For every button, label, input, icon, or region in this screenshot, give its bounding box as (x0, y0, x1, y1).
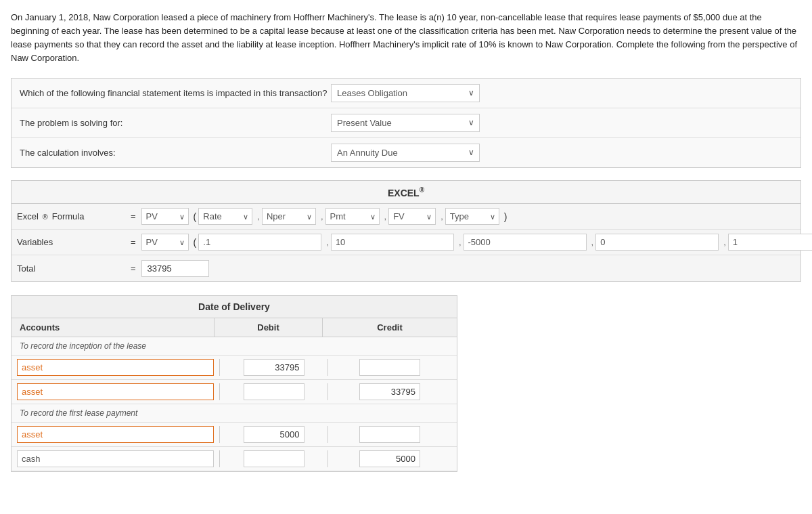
journal-debit-cell-2[interactable] (220, 383, 328, 400)
excel-nper-select[interactable]: NperRatePmt (262, 208, 316, 225)
journal-debit-cell-3[interactable] (220, 426, 328, 443)
excel-eq-total: = (131, 263, 136, 274)
excel-type-input-cell[interactable] (728, 234, 812, 251)
leases-select[interactable]: Leases Obligation Assets Revenue Expense (331, 84, 480, 102)
excel-rate-cell[interactable]: RateNperPmtFV (198, 208, 252, 225)
excel-pv-cell[interactable]: PVFVPMT (141, 208, 189, 225)
excel-pv-var-cell[interactable]: PVFV (141, 234, 189, 251)
excel-formula-sup: ® (43, 213, 48, 221)
sep-v4: , (723, 237, 726, 247)
journal-account-input-4[interactable] (17, 450, 214, 467)
excel-variables-text: Variables (17, 237, 53, 247)
excel-pmt-cell[interactable]: PmtRateNperFV (325, 208, 380, 225)
excel-fv-cell[interactable]: FVRatePmt (388, 208, 436, 225)
excel-pv-var-select[interactable]: PVFV (141, 234, 189, 251)
excel-nper-input-cell[interactable] (331, 234, 454, 251)
excel-pv-var-wrap[interactable]: PVFV (141, 234, 189, 251)
excel-type-select-wrap[interactable]: Type01 (445, 208, 499, 225)
col-header-accounts: Accounts (12, 318, 215, 337)
excel-type-cell[interactable]: Type01 (445, 208, 499, 225)
journal-credit-cell-2[interactable] (328, 383, 451, 400)
excel-fv-input-cell[interactable] (595, 234, 719, 251)
excel-rate-select-wrap[interactable]: RateNperPmtFV (198, 208, 252, 225)
excel-fv-select[interactable]: FVRatePmt (388, 208, 436, 225)
excel-pmt-input-cell[interactable] (464, 234, 587, 251)
excel-total-label: Total (17, 263, 35, 274)
journal-debit-cell-1[interactable] (220, 359, 328, 376)
sep-2: , (321, 211, 323, 221)
journal-header: Date of Delivery (12, 296, 457, 318)
sep-4: , (441, 211, 443, 221)
excel-section: EXCEL® Excel® Formula = PVFVPMT ( RateNp… (11, 180, 801, 282)
excel-pmt-input[interactable] (464, 234, 587, 251)
excel-rate-input-cell[interactable] (198, 234, 321, 251)
journal-debit-input-1[interactable] (244, 359, 304, 376)
excel-nper-select-wrap[interactable]: NperRatePmt (262, 208, 316, 225)
journal-debit-input-4[interactable] (244, 450, 304, 467)
journal-debit-input-3[interactable] (244, 426, 304, 443)
excel-type-input[interactable] (728, 234, 812, 251)
excel-formula-text: Excel (17, 211, 39, 221)
excel-rate-input[interactable] (198, 234, 321, 251)
sep-v1: , (326, 237, 329, 247)
journal-credit-input-4[interactable] (359, 450, 420, 467)
form-row-1: Which of the following financial stateme… (12, 79, 800, 108)
journal-account-cell-1[interactable] (17, 359, 220, 376)
open-paren: ( (194, 211, 197, 222)
journal-col-headers: Accounts Debit Credit (12, 318, 457, 337)
excel-variables-label: Variables (17, 237, 125, 247)
journal-account-input-1[interactable] (17, 359, 214, 376)
journal-credit-input-1[interactable] (359, 359, 420, 376)
form-select-wrap-1: Leases Obligation Assets Revenue Expense (331, 84, 792, 102)
form-select-wrap-3: An Annuity Due An Ordinary Annuity Singl… (331, 144, 792, 162)
open-paren-vars: ( (194, 237, 197, 248)
journal-debit-input-2[interactable] (244, 383, 304, 400)
journal-account-cell-3[interactable] (17, 426, 220, 443)
excel-nper-input[interactable] (331, 234, 454, 251)
excel-formula-row-label: Formula (52, 211, 85, 221)
excel-nper-cell[interactable]: NperRatePmt (262, 208, 316, 225)
journal-entry-row-2 (12, 380, 457, 404)
excel-eq-vars: = (131, 237, 136, 247)
excel-header: EXCEL® (12, 181, 800, 205)
journal-section: Date of Delivery Accounts Debit Credit T… (11, 295, 457, 472)
journal-sub-header-2: To record the first lease payment (12, 404, 457, 423)
journal-entry-row-1 (12, 356, 457, 380)
form-label-1: Which of the following financial stateme… (20, 88, 331, 98)
excel-rate-select[interactable]: RateNperPmtFV (198, 208, 252, 225)
sep-v2: , (459, 237, 461, 247)
journal-credit-cell-3[interactable] (328, 426, 451, 443)
journal-account-cell-2[interactable] (17, 383, 220, 400)
journal-credit-cell-4[interactable] (328, 450, 451, 467)
journal-account-cell-4[interactable] (17, 450, 220, 467)
problem-select[interactable]: Present Value Future Value Payment (331, 114, 480, 132)
form-label-2: The problem is solving for: (20, 118, 331, 128)
journal-credit-input-3[interactable] (359, 426, 420, 443)
journal-debit-cell-4[interactable] (220, 450, 328, 467)
select-wrapper-1[interactable]: Leases Obligation Assets Revenue Expense (331, 84, 480, 102)
excel-eq-formula: = (131, 211, 136, 221)
journal-account-input-3[interactable] (17, 426, 214, 443)
excel-fv-select-wrap[interactable]: FVRatePmt (388, 208, 436, 225)
excel-formula-row: Excel® Formula = PVFVPMT ( RateNperPmtFV… (12, 204, 800, 230)
excel-type-select[interactable]: Type01 (445, 208, 499, 225)
intro-paragraph: On January 1, 2018, Naw Corporation leas… (11, 11, 801, 66)
journal-account-input-2[interactable] (17, 383, 214, 400)
journal-credit-cell-1[interactable] (328, 359, 451, 376)
sep-3: , (384, 211, 387, 221)
excel-pmt-select[interactable]: PmtRateNperFV (325, 208, 380, 225)
select-wrapper-3[interactable]: An Annuity Due An Ordinary Annuity Singl… (331, 144, 480, 162)
col-header-debit: Debit (215, 318, 323, 337)
sep-v3: , (591, 237, 594, 247)
excel-pv-select-wrap[interactable]: PVFVPMT (141, 208, 189, 225)
col-header-credit: Credit (323, 318, 457, 337)
excel-pv-select[interactable]: PVFVPMT (141, 208, 189, 225)
calculation-select[interactable]: An Annuity Due An Ordinary Annuity Singl… (331, 144, 480, 162)
journal-credit-input-2[interactable] (359, 383, 420, 400)
excel-fv-input[interactable] (595, 234, 719, 251)
excel-pmt-select-wrap[interactable]: PmtRateNperFV (325, 208, 380, 225)
form-label-3: The calculation involves: (20, 148, 331, 158)
excel-total-label-wrap: Total (17, 263, 125, 274)
form-select-wrap-2: Present Value Future Value Payment (331, 114, 792, 132)
select-wrapper-2[interactable]: Present Value Future Value Payment (331, 114, 480, 132)
